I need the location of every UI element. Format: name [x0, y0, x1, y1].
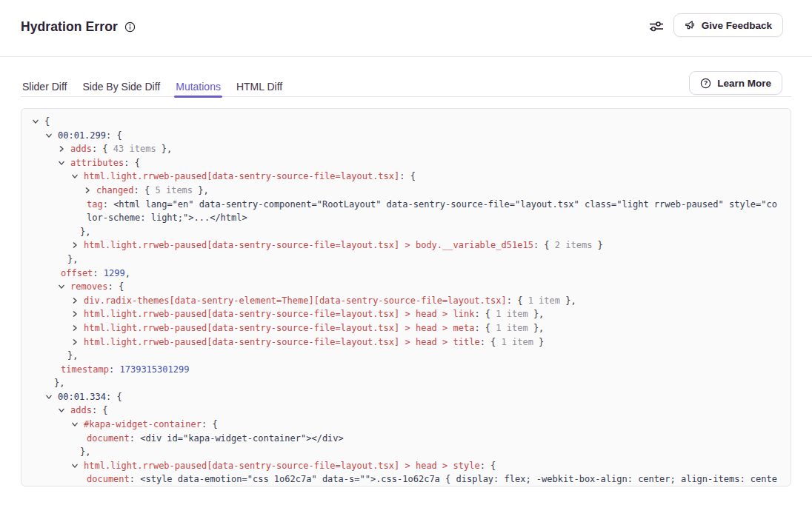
tree-segment-punc: :	[109, 364, 119, 375]
expand-arrow-icon[interactable]	[71, 294, 84, 308]
expand-arrow-icon[interactable]	[71, 335, 84, 350]
tree-segment-key: div.radix-themes[data-sentry-element=The…	[84, 295, 507, 306]
tab-slider-diff[interactable]: Slider Diff	[21, 70, 68, 97]
tree-segment-punc: : {	[106, 392, 122, 402]
tree-line: html.light.rrweb-paused[data-sentry-sour…	[30, 321, 782, 335]
tabs: Slider DiffSide By Side DiffMutationsHTM…	[21, 70, 791, 96]
learn-more-button[interactable]: ? Learn More	[689, 71, 782, 95]
tree-segment-punc: : {	[106, 130, 122, 141]
tree-segment-key: html.light.rrweb-paused[data-sentry-sour…	[84, 323, 474, 333]
tab-html-diff[interactable]: HTML Diff	[235, 70, 284, 97]
tree-segment-punc: : {	[474, 309, 496, 319]
tree-segment-punc: : {	[399, 171, 416, 181]
tree-segment-val: <style data-emotion="css 1o62c7a" data-s…	[87, 474, 777, 486]
tree-line: adds: {	[30, 404, 782, 418]
tree-segment-meta: 2 items	[555, 240, 593, 250]
hydration-error-page: Hydration Error	[0, 0, 812, 505]
collapse-arrow-icon[interactable]	[58, 404, 70, 418]
expand-arrow-icon[interactable]	[84, 184, 96, 198]
tree-segment-meta: 1 item	[496, 309, 528, 319]
tree-line: html.light.rrweb-paused[data-sentry-sour…	[30, 238, 782, 252]
mutations-json-viewer[interactable]: {00:01.299: {adds: { 43 items },attribut…	[21, 108, 791, 486]
tree-segment-punc: },	[156, 144, 173, 154]
tree-segment-punc: }	[533, 337, 544, 347]
tree-segment-punc: : {	[474, 323, 496, 333]
collapse-arrow-icon[interactable]	[71, 459, 84, 473]
header: Hydration Error	[0, 0, 812, 57]
give-feedback-button[interactable]: Give Feedback	[673, 13, 783, 37]
tree-line: html.light.rrweb-paused[data-sentry-sour…	[30, 335, 782, 350]
tree-segment-punc: },	[528, 323, 545, 333]
tree-line: 00:01.299: {	[30, 129, 782, 143]
collapse-arrow-icon[interactable]	[71, 418, 84, 432]
title-wrap: Hydration Error	[21, 19, 136, 35]
tree-segment-key: timestamp	[61, 364, 109, 375]
tree-segment-num: 1739315301299	[119, 364, 189, 375]
tree-segment-key: attributes	[70, 158, 124, 168]
sliders-icon	[648, 20, 665, 33]
view-settings-button[interactable]	[648, 20, 665, 33]
tree-segment-key: html.light.rrweb-paused[data-sentry-sour…	[84, 240, 533, 250]
info-icon[interactable]	[124, 21, 136, 33]
tree-segment-punc: : {	[480, 461, 496, 471]
collapse-arrow-icon[interactable]	[45, 390, 58, 404]
tree-segment-key: document	[87, 474, 130, 484]
tree-segment-punc: : {	[480, 337, 502, 347]
tree-segment-meta: 5 items	[155, 185, 193, 195]
tree-segment-key: document	[87, 433, 130, 444]
collapse-arrow-icon[interactable]	[45, 129, 58, 143]
tree-segment-punc: : {	[124, 158, 140, 168]
tree-segment-punc: },	[528, 309, 545, 319]
tree-line: document: <div id="kapa-widget-container…	[30, 432, 782, 446]
tree-segment-punc: :	[130, 433, 140, 444]
expand-arrow-icon[interactable]	[58, 142, 70, 156]
tree-segment-key: adds	[70, 144, 92, 154]
tree-line: },	[30, 349, 782, 363]
tree-segment-key: changed	[96, 185, 134, 195]
tree-segment-punc: : {	[533, 240, 555, 250]
tree-segment-key: offset	[61, 268, 93, 278]
tree-line: changed: { 5 items },	[30, 184, 782, 198]
tree-segment-num: 1299	[104, 268, 125, 278]
tree-segment-punc: : {	[92, 405, 108, 415]
megaphone-icon	[685, 20, 696, 31]
collapse-arrow-icon[interactable]	[32, 115, 44, 129]
tree-segment-key: adds	[70, 405, 92, 415]
expand-arrow-icon[interactable]	[71, 321, 84, 335]
collapse-arrow-icon[interactable]	[58, 280, 70, 294]
tree-line: #kapa-widget-container: {	[30, 418, 782, 432]
tree-segment-punc: }	[592, 240, 602, 250]
collapse-arrow-icon[interactable]	[71, 170, 84, 184]
tab-mutations[interactable]: Mutations	[174, 70, 222, 97]
expand-arrow-icon[interactable]	[71, 238, 84, 252]
tab-side-by-side-diff[interactable]: Side By Side Diff	[81, 70, 162, 97]
tree-segment-punc: : {	[507, 295, 528, 306]
tree-segment-key: html.light.rrweb-paused[data-sentry-sour…	[84, 337, 480, 347]
tree-segment-key: html.light.rrweb-paused[data-sentry-sour…	[84, 171, 399, 181]
tree-line: tag: <html lang="en" data-sentry-compone…	[30, 198, 782, 225]
tree-segment-punc: },	[80, 227, 90, 237]
svg-text:?: ?	[704, 79, 708, 87]
tree-segment-meta: 43 items	[113, 144, 156, 154]
learn-more-label: Learn More	[717, 78, 771, 89]
tree-segment-punc: {	[44, 116, 50, 127]
tree-segment-punc: : {	[134, 185, 156, 195]
tab-bar: Slider DiffSide By Side DiffMutationsHTM…	[21, 70, 791, 97]
tree-segment-punc: },	[67, 350, 78, 361]
tree-line: {	[30, 115, 782, 129]
tree-segment-punc: },	[560, 295, 576, 306]
tree-segment-punc: },	[80, 447, 90, 457]
tree-line: removes: {	[30, 280, 782, 294]
mutations-tree: {00:01.299: {adds: { 43 items },attribut…	[30, 115, 782, 486]
collapse-arrow-icon[interactable]	[58, 156, 70, 170]
expand-arrow-icon[interactable]	[71, 307, 84, 321]
tree-segment-meta: 1 item	[496, 323, 528, 333]
question-circle-icon: ?	[700, 78, 711, 89]
give-feedback-label: Give Feedback	[702, 20, 772, 31]
tree-segment-time: 00:01.334	[58, 392, 106, 402]
tree-line: timestamp: 1739315301299	[30, 363, 782, 377]
tree-segment-punc: ,	[125, 268, 130, 278]
tree-segment-meta: 1 item	[528, 295, 560, 306]
page-title: Hydration Error	[21, 19, 118, 35]
tree-segment-punc: : {	[92, 144, 113, 154]
